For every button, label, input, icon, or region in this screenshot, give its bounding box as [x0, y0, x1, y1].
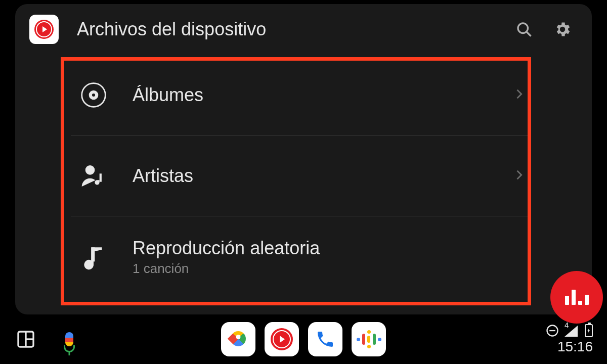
dock-app-assistant[interactable]: [352, 322, 386, 356]
assistant-icon: [357, 330, 381, 348]
app-grid-icon: [16, 329, 36, 349]
dock: [221, 322, 386, 356]
music-note-icon: [76, 239, 111, 275]
list-item-shuffle[interactable]: Reproducción aleatoria 1 canción: [71, 216, 531, 297]
artist-icon: [76, 158, 111, 194]
app-card: Archivos del dispositivo Álbumes Arti: [15, 4, 592, 314]
app-grid-button[interactable]: [14, 328, 37, 351]
svg-rect-7: [91, 247, 95, 261]
equalizer-icon: [565, 290, 589, 305]
header: Archivos del dispositivo: [15, 4, 592, 55]
status-clock: 15:16: [557, 339, 593, 355]
list-item-label: Reproducción aleatoria: [133, 238, 526, 259]
system-navbar: 4 15:16: [0, 314, 607, 364]
svg-line-1: [527, 32, 531, 36]
chevron-right-icon: [512, 87, 526, 103]
maps-icon: [229, 330, 247, 348]
svg-point-8: [85, 260, 93, 268]
list-item-label: Artistas: [133, 165, 512, 187]
svg-point-4: [92, 93, 95, 96]
svg-rect-6: [100, 173, 102, 181]
voice-assistant-button[interactable]: [58, 328, 81, 351]
chevron-right-icon: [512, 168, 526, 184]
now-playing-fab[interactable]: [550, 271, 603, 324]
battery-charging-icon: [585, 324, 593, 337]
list-item-artists[interactable]: Artistas: [71, 135, 531, 216]
dock-app-maps[interactable]: [221, 322, 255, 356]
list-item-albums[interactable]: Álbumes: [71, 55, 531, 135]
dock-app-phone[interactable]: [308, 322, 342, 356]
svg-point-0: [518, 23, 528, 33]
list-item-subtitle: 1 canción: [133, 261, 526, 277]
settings-button[interactable]: [547, 14, 578, 44]
album-icon: [76, 77, 111, 113]
menu-list: Álbumes Artistas Reproducción aleatoria: [15, 55, 592, 314]
status-icons: 4: [545, 324, 593, 338]
list-item-label: Álbumes: [133, 84, 512, 106]
signal-icon: 4: [565, 325, 580, 337]
page-title: Archivos del dispositivo: [77, 19, 501, 40]
mic-icon: [65, 332, 73, 346]
search-button[interactable]: [509, 14, 539, 44]
gear-icon: [553, 20, 572, 38]
app-logo-icon[interactable]: [29, 15, 59, 44]
phone-icon: [315, 329, 335, 349]
ytmusic-icon: [271, 328, 293, 350]
dnd-icon: [545, 324, 559, 338]
dock-app-ytmusic[interactable]: [265, 322, 299, 356]
svg-point-5: [85, 165, 95, 175]
search-icon: [515, 20, 533, 38]
